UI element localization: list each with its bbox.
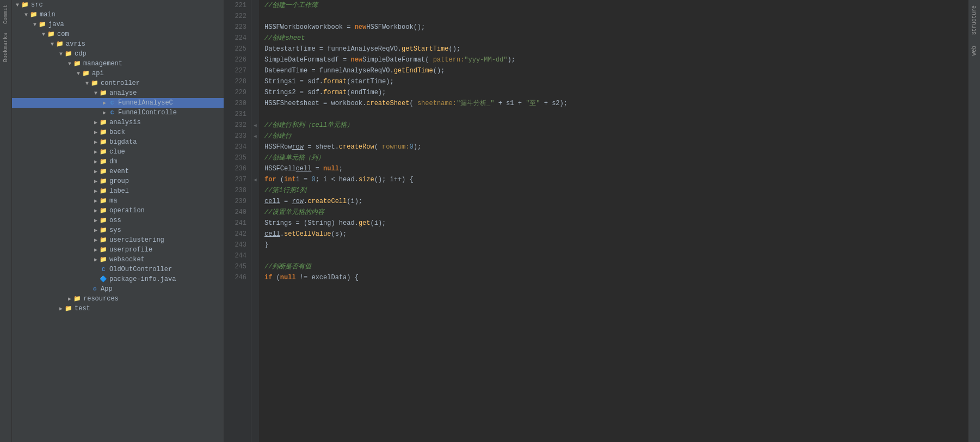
commit-tab[interactable]: Commit xyxy=(2,0,10,28)
tree-label-dm: dm xyxy=(109,158,117,165)
tree-item-java[interactable]: ▼📁java xyxy=(12,20,224,29)
tree-item-OldOutController[interactable]: COldOutController xyxy=(12,265,224,274)
tree-item-sys[interactable]: ▶📁sys xyxy=(12,225,224,235)
tree-item-bigdata[interactable]: ▶📁bigdata xyxy=(12,137,224,147)
gutter-235 xyxy=(251,152,259,163)
tree-item-main[interactable]: ▼📁main xyxy=(12,10,224,20)
tree-item-label[interactable]: ▶📁label xyxy=(12,186,224,196)
tree-item-clue[interactable]: ▶📁clue xyxy=(12,147,224,157)
tree-item-websocket[interactable]: ▶📁websocket xyxy=(12,255,224,265)
tree-arrow-dm: ▶ xyxy=(93,158,99,165)
tree-item-event[interactable]: ▶📁event xyxy=(12,167,224,176)
tree-item-analyse[interactable]: ▼📁analyse xyxy=(12,88,224,98)
tree-label-OldOutController: OldOutController xyxy=(109,266,172,273)
code-line-244 xyxy=(264,250,968,261)
line-number-226: 226 xyxy=(224,54,246,65)
tree-arrow-main: ▼ xyxy=(23,12,29,18)
tree-arrow-bigdata: ▶ xyxy=(93,139,99,145)
line-number-240: 240 xyxy=(224,207,246,218)
line-number-237: 237 xyxy=(224,174,246,185)
structure-tab[interactable]: Structure xyxy=(970,0,978,40)
tree-item-avris[interactable]: ▼📁avris xyxy=(12,39,224,49)
code-line-230: HSSFSheet sheet = workbook.createSheet( … xyxy=(264,98,968,109)
tree-arrow-api: ▼ xyxy=(75,71,82,77)
line-number-233: 233 xyxy=(224,131,246,142)
tree-item-resources[interactable]: ▶📁resources xyxy=(12,294,224,304)
tree-arrow-FunnelAnalyseC: ▶ xyxy=(101,100,108,106)
tree-label-event: event xyxy=(109,168,129,175)
right-panels: Structure Web xyxy=(968,0,980,442)
tree-item-src[interactable]: ▼📁src xyxy=(12,0,224,10)
tree-arrow-operation: ▶ xyxy=(93,207,99,214)
tree-item-oss[interactable]: ▶📁oss xyxy=(12,216,224,225)
tree-label-java: java xyxy=(48,21,64,28)
tree-item-management[interactable]: ▼📁management xyxy=(12,59,224,69)
gutter-238 xyxy=(251,185,259,196)
tree-arrow-group: ▶ xyxy=(93,178,99,185)
code-line-232: //创建行和列（cell单元格） xyxy=(264,120,968,131)
code-content[interactable]: //创建一个工作薄 HSSFWorkbook workbook = new HS… xyxy=(259,0,968,442)
tree-label-analysis: analysis xyxy=(109,119,141,126)
line-number-238: 238 xyxy=(224,185,246,196)
tree-icon-package-info: 🔷 xyxy=(99,275,108,283)
tree-label-analyse: analyse xyxy=(109,89,137,97)
tree-icon-java: 📁 xyxy=(38,21,47,28)
web-tab[interactable]: Web xyxy=(970,40,978,61)
tree-item-dm[interactable]: ▶📁dm xyxy=(12,157,224,167)
tree-item-userprofile[interactable]: ▶📁userprofile xyxy=(12,245,224,255)
code-line-240: //设置单元格的内容 xyxy=(264,207,968,218)
tree-icon-operation: 📁 xyxy=(99,207,108,214)
tree-arrow-sys: ▶ xyxy=(93,227,99,234)
code-line-238: //第1行第i列 xyxy=(264,185,968,196)
tree-item-analysis[interactable]: ▶📁analysis xyxy=(12,118,224,127)
line-numbers: 2212222232242252262272282292302312322332… xyxy=(224,0,251,442)
tree-item-ma[interactable]: ▶📁ma xyxy=(12,196,224,206)
gutter-231 xyxy=(251,109,259,120)
tree-arrow-back: ▶ xyxy=(93,129,99,136)
tree-item-com[interactable]: ▼📁com xyxy=(12,29,224,39)
code-line-228: String s1 = sdf.format(startTime); xyxy=(264,76,968,87)
tree-item-FunnelAnalyseC[interactable]: ▶CFunnelAnalyseC xyxy=(12,98,224,108)
tree-item-userclustering[interactable]: ▶📁userclustering xyxy=(12,235,224,245)
tree-item-package-info[interactable]: 🔷package-info.java xyxy=(12,274,224,284)
bookmarks-tab[interactable]: Bookmarks xyxy=(2,28,10,66)
line-number-239: 239 xyxy=(224,196,246,207)
gutter-232: ◀ xyxy=(251,120,259,131)
tree-item-controller[interactable]: ▼📁controller xyxy=(12,78,224,88)
tree-item-FunnelControlle[interactable]: ▶CFunnelControlle xyxy=(12,108,224,118)
tree-arrow-clue: ▶ xyxy=(93,149,99,155)
tree-item-cdp[interactable]: ▼📁cdp xyxy=(12,49,224,59)
tree-label-avris: avris xyxy=(66,40,85,48)
tree-item-group[interactable]: ▶📁group xyxy=(12,176,224,186)
tree-label-userclustering: userclustering xyxy=(109,236,164,244)
tree-arrow-analyse: ▼ xyxy=(93,90,99,96)
code-line-221: //创建一个工作薄 xyxy=(264,0,968,11)
gutter-224 xyxy=(251,33,259,44)
line-number-230: 230 xyxy=(224,98,246,109)
tree-item-operation[interactable]: ▶📁operation xyxy=(12,206,224,216)
tree-label-main: main xyxy=(40,11,56,19)
code-line-241: String s = (String) head.get(i); xyxy=(264,218,968,229)
tree-arrow-userclustering: ▶ xyxy=(93,237,99,243)
tree-arrow-websocket: ▶ xyxy=(93,256,99,263)
tree-icon-back: 📁 xyxy=(99,128,108,136)
tree-label-back: back xyxy=(109,128,125,136)
gutter-242 xyxy=(251,229,259,240)
tree-item-test[interactable]: ▶📁test xyxy=(12,304,224,314)
tree-item-api[interactable]: ▼📁api xyxy=(12,69,224,78)
tree-item-App[interactable]: ⚙App xyxy=(12,284,224,294)
gutter-233: ◀ xyxy=(251,131,259,142)
code-line-237: for (int i = 0; i < head.size(); i++) { xyxy=(264,174,968,185)
file-tree-panel: ▼📁src▼📁main▼📁java▼📁com▼📁avris▼📁cdp▼📁mana… xyxy=(12,0,224,442)
tree-icon-management: 📁 xyxy=(73,60,82,67)
tree-label-bigdata: bigdata xyxy=(109,138,137,146)
code-line-222 xyxy=(264,11,968,22)
tree-icon-src: 📁 xyxy=(21,1,29,9)
code-line-229: String s2 = sdf.format(endTime); xyxy=(264,87,968,98)
tree-arrow-java: ▼ xyxy=(32,22,38,28)
tree-item-back[interactable]: ▶📁back xyxy=(12,127,224,137)
tree-label-test: test xyxy=(75,305,90,312)
tree-arrow-ma: ▶ xyxy=(93,198,99,204)
line-number-243: 243 xyxy=(224,240,246,250)
gutter-221 xyxy=(251,0,259,11)
